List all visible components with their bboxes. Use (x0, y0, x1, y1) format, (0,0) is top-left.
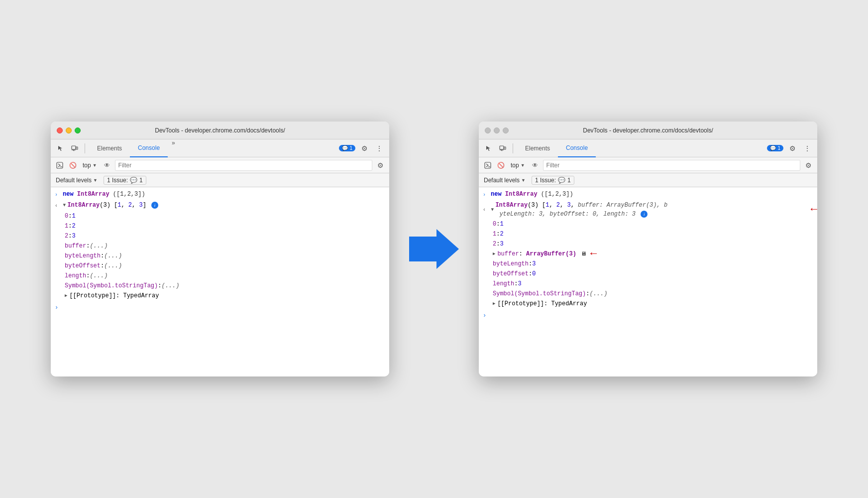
chevron-down-icon-left: ▼ (93, 163, 97, 168)
tab-toolbar-left: Elements Console » 💬 1 ⚙ ⋮ (51, 139, 389, 157)
context-label-right: top (511, 162, 519, 169)
svg-rect-0 (72, 146, 76, 149)
prop-buffer-left: buffer: (...) (51, 241, 389, 251)
tab-elements-right[interactable]: Elements (517, 139, 558, 157)
prop-byteoffset-left: byteOffset: (...) (51, 261, 389, 271)
prompt-icon-right: › (483, 311, 486, 320)
console-input-line-right: › new Int8Array ([1,2,3]) (479, 189, 817, 200)
console-result-line-right: ‹ ▶ Int8Array(3) [1, 2, 3, buffer: Array… (479, 200, 817, 219)
issues-bar-right: Default levels ▼ 1 Issue: 💬 1 (479, 173, 817, 187)
badge-icon-issues-left: 💬 (130, 177, 137, 184)
buffer-tri-right[interactable]: ▶ (493, 249, 495, 258)
right-arrow-right: › (483, 191, 489, 200)
messages-badge-right[interactable]: 💬 1 (767, 145, 783, 151)
eye-icon-left[interactable]: 👁 (102, 160, 112, 170)
more-icon-right[interactable]: ⋮ (801, 142, 813, 154)
red-arrow-top-right: ← (811, 205, 817, 214)
minimize-button[interactable] (66, 127, 72, 133)
badge-icon-left: 💬 (342, 145, 348, 151)
prop-prototype-left: ▶ [[Prototype]]: TypedArray (51, 291, 389, 301)
cursor-icon[interactable] (55, 142, 67, 154)
issues-badge-left[interactable]: 1 Issue: 💬 1 (104, 176, 146, 185)
device-icon-right[interactable] (497, 142, 509, 154)
prop-bytelength-left: byteLength: (...) (51, 251, 389, 261)
default-levels-right[interactable]: Default levels ▼ (484, 177, 526, 184)
red-arrow-buffer-right: ← (590, 249, 597, 258)
clear-icon-left[interactable]: 🚫 (68, 160, 78, 170)
maximize-button-right[interactable] (503, 127, 509, 133)
context-select-left[interactable]: top ▼ (81, 161, 99, 170)
close-button-right[interactable] (485, 127, 491, 133)
svg-rect-1 (76, 147, 78, 149)
issues-bar-left: Default levels ▼ 1 Issue: 💬 1 (51, 173, 389, 187)
badge-icon-right: 💬 (770, 145, 776, 151)
tab-more-left[interactable]: » (168, 139, 179, 157)
prototype-tri-left[interactable]: ▶ (65, 291, 67, 300)
separator (85, 143, 85, 153)
svg-rect-8 (504, 147, 506, 149)
close-button[interactable] (57, 127, 63, 133)
prototype-tri-right[interactable]: ▶ (493, 299, 495, 308)
prop-symbol-left: Symbol(Symbol.toStringTag): (...) (51, 281, 389, 291)
chevron-down-levels-right: ▼ (521, 178, 526, 183)
console-gear-icon-left[interactable]: ⚙ (375, 160, 385, 170)
messages-badge-left[interactable]: 💬 1 (339, 145, 355, 151)
execute-icon-left[interactable] (55, 160, 65, 170)
tab-elements-left[interactable]: Elements (89, 139, 130, 157)
minimize-button-right[interactable] (494, 127, 500, 133)
maximize-button[interactable] (75, 127, 81, 133)
prop-1-right: 1: 2 (479, 229, 817, 239)
prompt-icon-left: › (55, 303, 58, 312)
window-controls-right (485, 127, 509, 133)
direction-arrow (409, 229, 459, 269)
filter-input-right[interactable] (543, 160, 800, 171)
devtools-window-right: DevTools - developer.chrome.com/docs/dev… (479, 122, 817, 376)
tab-console-left[interactable]: Console (130, 139, 168, 157)
context-label-left: top (83, 162, 91, 169)
issues-badge-right[interactable]: 1 Issue: 💬 1 (532, 176, 574, 185)
badge-icon-issues-right: 💬 (558, 177, 565, 184)
big-arrow-svg (409, 229, 459, 269)
context-select-right[interactable]: top ▼ (509, 161, 527, 170)
info-icon-left[interactable]: i (151, 202, 158, 209)
prop-1-left: 1: 2 (51, 221, 389, 231)
settings-icon-right[interactable]: ⚙ (786, 142, 798, 154)
toolbar-right-right: 💬 1 ⚙ ⋮ (767, 142, 813, 154)
more-icon-left[interactable]: ⋮ (373, 142, 385, 154)
scene: DevTools - developer.chrome.com/docs/dev… (11, 92, 857, 406)
right-arrow-left: › (55, 191, 61, 200)
window-controls-left (57, 127, 81, 133)
window-title-left: DevTools - developer.chrome.com/docs/dev… (155, 127, 285, 134)
console-result-line-left: ‹ ▶ Int8Array(3) [1, 2, 3] i (51, 200, 389, 211)
devtools-window-left: DevTools - developer.chrome.com/docs/dev… (51, 122, 389, 376)
tab-console-right[interactable]: Console (558, 139, 596, 157)
chevron-down-icon-right: ▼ (521, 163, 525, 168)
tab-bar-right: Elements Console (517, 139, 765, 157)
execute-icon-right[interactable] (483, 160, 493, 170)
console-prompt-left[interactable]: › (51, 303, 389, 313)
console-prompt-right[interactable]: › (479, 311, 817, 321)
settings-icon-left[interactable]: ⚙ (358, 142, 370, 154)
tab-bar-left: Elements Console » (89, 139, 337, 157)
expand-triangle-left[interactable]: ▶ (60, 204, 69, 206)
prop-bytelength-right: byteLength: 3 (479, 259, 817, 269)
filter-input-left[interactable] (115, 160, 372, 171)
console-gear-icon-right[interactable]: ⚙ (803, 160, 813, 170)
window-title-right: DevTools - developer.chrome.com/docs/dev… (583, 127, 713, 134)
title-bar-left: DevTools - developer.chrome.com/docs/dev… (51, 122, 389, 139)
toolbar-right-left: 💬 1 ⚙ ⋮ (339, 142, 385, 154)
tab-toolbar-right: Elements Console 💬 1 ⚙ ⋮ (479, 139, 817, 157)
chevron-down-levels-left: ▼ (93, 178, 98, 183)
expand-triangle-right[interactable]: ▶ (488, 208, 497, 211)
badge-count-right: 1 (777, 145, 780, 151)
prop-2-right: 2: 3 (479, 239, 817, 249)
prop-2-left: 2: 3 (51, 231, 389, 241)
info-icon-right[interactable]: i (641, 211, 648, 218)
prop-prototype-right: ▶ [[Prototype]]: TypedArray (479, 299, 817, 309)
eye-icon-right[interactable]: 👁 (530, 160, 540, 170)
prop-buffer-right: ▶ buffer: ArrayBuffer(3) 🖥 ← (479, 249, 817, 259)
device-icon[interactable] (69, 142, 81, 154)
default-levels-left[interactable]: Default levels ▼ (56, 177, 98, 184)
cursor-icon-right[interactable] (483, 142, 495, 154)
clear-icon-right[interactable]: 🚫 (496, 160, 506, 170)
